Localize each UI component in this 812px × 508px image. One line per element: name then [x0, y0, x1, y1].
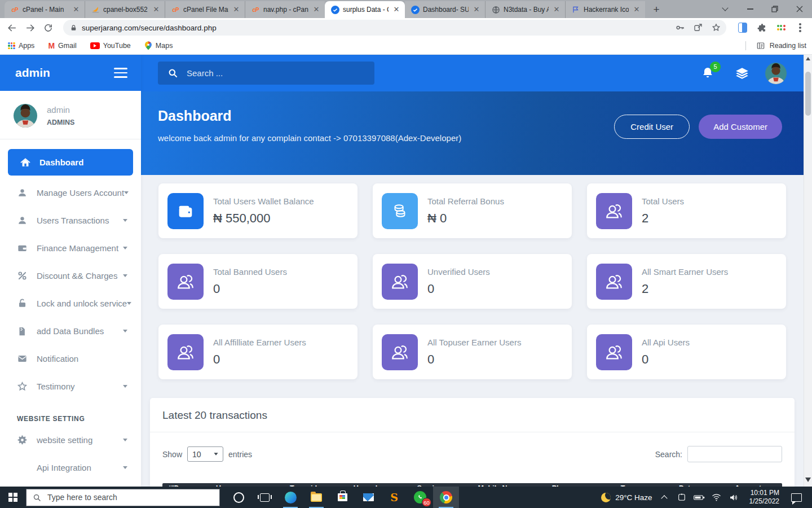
- start-button[interactable]: [0, 487, 26, 508]
- refresh-icon[interactable]: [41, 20, 55, 35]
- table-search-input[interactable]: [687, 446, 782, 462]
- extension-book-icon[interactable]: [735, 20, 750, 35]
- search-input[interactable]: [187, 68, 365, 78]
- close-icon[interactable]: ✕: [632, 5, 641, 14]
- sidebar-item-testimony[interactable]: Testimony: [0, 373, 141, 400]
- entries-select[interactable]: 10: [187, 446, 223, 462]
- envelope-icon: [16, 353, 28, 365]
- taskbar-search[interactable]: Type here to search: [26, 489, 220, 506]
- sidebar-item-label: Lock and unlock service: [37, 299, 127, 308]
- sidebar-item-website-setting[interactable]: website setting: [0, 426, 141, 454]
- sidebar-item-discount-charges[interactable]: Discount && Charges: [0, 262, 141, 290]
- volume-icon[interactable]: [729, 492, 740, 503]
- layers-icon[interactable]: [735, 66, 749, 81]
- browser-tab[interactable]: N3tdata - Buy A ✕: [485, 1, 565, 18]
- weather-widget[interactable]: 29°C Haze: [601, 493, 652, 502]
- wifi-icon[interactable]: [711, 492, 722, 503]
- forward-icon[interactable]: [23, 20, 37, 35]
- browser-tab[interactable]: cP cPanel - Main ✕: [5, 1, 85, 18]
- users-icon: [167, 264, 204, 300]
- sidebar-item-lock-unlock-service[interactable]: Lock and unlock service: [0, 290, 141, 317]
- show-hidden-icons-chevron[interactable]: [659, 492, 670, 503]
- action-center-icon[interactable]: [791, 493, 802, 502]
- sidebar-item-api-integration[interactable]: Api Integration: [0, 454, 141, 481]
- puzzle-extensions-icon[interactable]: [754, 20, 769, 35]
- scroll-down-icon[interactable]: [804, 478, 812, 482]
- taskbar-store[interactable]: [329, 487, 355, 508]
- clock-date: 1/25/2022: [749, 497, 779, 506]
- cortana-button[interactable]: [226, 487, 251, 508]
- cheap-data-extension-icon[interactable]: [774, 20, 788, 35]
- close-icon[interactable]: ✕: [232, 5, 241, 14]
- scrollbar-thumb[interactable]: [805, 72, 811, 116]
- taskbar-chrome[interactable]: [433, 487, 459, 508]
- new-tab-button[interactable]: +: [648, 2, 664, 17]
- share-icon[interactable]: [691, 21, 705, 34]
- sidebar-item-label: Discount && Charges: [37, 271, 123, 281]
- taskbar-whatsapp[interactable]: 60: [407, 487, 433, 508]
- user-icon: [16, 187, 28, 199]
- bookmark-youtube[interactable]: YouTube: [90, 42, 131, 50]
- page-scrollbar[interactable]: [804, 55, 812, 487]
- sidebar-item-users-transactions[interactable]: Users Transactions: [0, 207, 141, 234]
- sidebar-item-dashboard[interactable]: Dashboard: [8, 149, 133, 176]
- bookmark-apps[interactable]: Apps: [8, 42, 34, 50]
- minimize-button[interactable]: [738, 0, 762, 18]
- browser-tab[interactable]: cpanel-box552 ✕: [85, 1, 165, 18]
- desktop-screen: cP cPanel - Main ✕ cpanel-box552 ✕ cP cP…: [0, 0, 812, 508]
- stat-label: All Topuser Earner Users: [427, 338, 521, 347]
- close-window-button[interactable]: [787, 0, 812, 18]
- search-icon: [33, 493, 41, 502]
- taskbar-mail[interactable]: [355, 487, 381, 508]
- taskbar-clock[interactable]: 10:01 PM 1/25/2022: [746, 489, 783, 506]
- taskbar-edge[interactable]: [277, 487, 303, 508]
- credit-user-button[interactable]: Credit User: [614, 115, 690, 139]
- close-icon[interactable]: ✕: [312, 5, 321, 14]
- system-tray: 29°C Haze 10:01 PM 1/25/2022: [601, 489, 812, 506]
- close-icon[interactable]: ✕: [72, 5, 81, 14]
- reading-list[interactable]: Reading list: [745, 41, 806, 50]
- close-icon[interactable]: ✕: [472, 5, 481, 14]
- browser-menu-icon[interactable]: [793, 20, 807, 35]
- browser-tab[interactable]: Dashboard- SU ✕: [405, 1, 485, 18]
- add-customer-button[interactable]: Add Customer: [699, 115, 782, 139]
- browser-tab[interactable]: cP nav.php - cPane ✕: [245, 1, 325, 18]
- sidebar-item-finance-management[interactable]: Finance Management: [0, 234, 141, 262]
- browser-tab[interactable]: cP cPanel File Man ✕: [165, 1, 245, 18]
- browser-tab-active[interactable]: surplus Data - C ✕: [325, 1, 405, 18]
- notifications-bell-icon[interactable]: 5: [701, 66, 716, 81]
- notification-count-badge: 5: [710, 62, 721, 72]
- key-icon[interactable]: [673, 21, 687, 34]
- tab-search-chevron-icon[interactable]: [713, 0, 738, 18]
- tab-title: cPanel - Main: [23, 6, 68, 14]
- taskbar-file-explorer[interactable]: [303, 487, 329, 508]
- close-icon[interactable]: ✕: [552, 5, 561, 14]
- user-avatar[interactable]: [765, 63, 787, 84]
- back-icon[interactable]: [5, 20, 19, 35]
- bookmark-star-icon[interactable]: [709, 21, 723, 34]
- sidebar-item-manage-users-account[interactable]: Manage Users Account: [0, 179, 141, 207]
- admin-search-bar[interactable]: [158, 62, 374, 85]
- task-view-button[interactable]: [251, 487, 277, 508]
- scroll-up-icon[interactable]: [804, 57, 812, 60]
- restore-button[interactable]: [762, 0, 787, 18]
- url-bar[interactable]: superjarang.com/secure/dashboard.php: [63, 20, 726, 36]
- display-icon[interactable]: [676, 492, 687, 503]
- entries-select-value: 10: [192, 450, 201, 459]
- stat-card-banned-users: Total Banned Users0: [158, 254, 358, 309]
- close-icon[interactable]: ✕: [392, 5, 401, 14]
- sidebar-item-add-data-bundles[interactable]: add Data Bundles: [0, 317, 141, 345]
- sidebar-item-notification[interactable]: Notification: [0, 345, 141, 373]
- taskbar-sublime[interactable]: S: [381, 487, 407, 508]
- sidebar-item-label: Dashboard: [39, 157, 83, 167]
- battery-icon[interactable]: [694, 492, 705, 503]
- hamburger-menu-icon[interactable]: [114, 68, 127, 78]
- task-view-icon: [260, 493, 270, 502]
- bookmark-gmail[interactable]: M Gmail: [48, 41, 76, 50]
- close-icon[interactable]: ✕: [152, 5, 161, 14]
- reading-list-label: Reading list: [770, 42, 806, 50]
- admin-top-navbar: 5: [141, 55, 804, 91]
- browser-tab[interactable]: Hackerrank Ico ✕: [565, 1, 645, 18]
- window-controls: [713, 0, 812, 18]
- bookmark-maps[interactable]: Maps: [144, 41, 173, 50]
